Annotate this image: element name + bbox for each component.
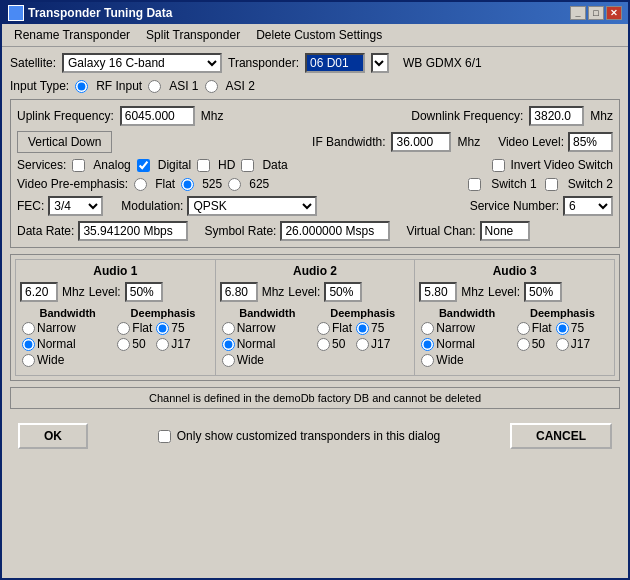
maximize-button[interactable]: □ — [588, 6, 604, 20]
audio-1-normal-radio[interactable] — [22, 338, 35, 351]
status-message: Channel is defined in the demoDb factory… — [10, 387, 620, 409]
asi2-label: ASI 2 — [226, 79, 255, 93]
rf-input-radio[interactable] — [75, 80, 88, 93]
uplink-input[interactable] — [120, 106, 195, 126]
transponder-input[interactable] — [305, 53, 365, 73]
virtual-chan-label: Virtual Chan: — [406, 224, 475, 238]
satellite-select[interactable]: Galaxy 16 C-band — [62, 53, 222, 73]
audio-3-normal-radio[interactable] — [421, 338, 434, 351]
audio-3-50-radio[interactable] — [517, 338, 530, 351]
audio-2-bw-col: Bandwidth Narrow Normal Wi — [220, 305, 315, 371]
if-bw-input[interactable] — [391, 132, 451, 152]
close-button[interactable]: ✕ — [606, 6, 622, 20]
audio-1-j17-radio[interactable] — [156, 338, 169, 351]
audio-1-75-radio[interactable] — [156, 322, 169, 335]
video-level-input[interactable] — [568, 132, 613, 152]
audio-3-j17-radio[interactable] — [556, 338, 569, 351]
audio-3-flat-row: Flat — [517, 321, 552, 335]
audio-2-normal-radio[interactable] — [222, 338, 235, 351]
transponder-arrow[interactable] — [371, 53, 389, 73]
symbol-rate-label: Symbol Rate: — [204, 224, 276, 238]
audio-2-deemph-col: Deemphasis Flat 50 — [315, 305, 410, 371]
modulation-select[interactable]: QPSK — [187, 196, 317, 216]
flat-radio[interactable] — [134, 178, 147, 191]
pol-bw-row: Vertical Down IF Bandwidth: Mhz Video Le… — [17, 131, 613, 153]
audio-3-flat-radio[interactable] — [517, 322, 530, 335]
audio-3-bw-title: Bandwidth — [421, 307, 512, 319]
invert-video-checkbox[interactable] — [492, 159, 505, 172]
asi2-radio[interactable] — [205, 80, 218, 93]
audio-1-narrow-row: Narrow — [22, 321, 113, 335]
pre-emphasis-label: Video Pre-emphasis: — [17, 177, 128, 191]
service-number-select[interactable]: 6 — [563, 196, 613, 216]
audio-2-level-input[interactable] — [324, 282, 362, 302]
v525-radio[interactable] — [181, 178, 194, 191]
audio-1-col: Audio 1 Mhz Level: Bandwidth Narrow — [15, 259, 216, 376]
menu-rename[interactable]: Rename Transponder — [6, 26, 138, 44]
data-rate-group: Data Rate: — [17, 221, 188, 241]
audio-2-normal-row: Normal — [222, 337, 313, 351]
fec-select[interactable]: 3/4 — [48, 196, 103, 216]
main-window: Transponder Tuning Data _ □ ✕ Rename Tra… — [0, 0, 630, 580]
digital-checkbox[interactable] — [137, 159, 150, 172]
menu-bar: Rename Transponder Split Transponder Del… — [2, 24, 628, 47]
audio-1-level-input[interactable] — [125, 282, 163, 302]
data-rate-input[interactable] — [78, 221, 188, 241]
audio-3-75-radio[interactable] — [556, 322, 569, 335]
audio-3-level-input[interactable] — [524, 282, 562, 302]
switch2-checkbox[interactable] — [545, 178, 558, 191]
audio-3-normal-row: Normal — [421, 337, 512, 351]
audio-2-level-label: Level: — [288, 285, 320, 299]
audio-1-freq-input[interactable] — [20, 282, 58, 302]
audio-3-wide-radio[interactable] — [421, 354, 434, 367]
menu-delete[interactable]: Delete Custom Settings — [248, 26, 390, 44]
show-customized-checkbox[interactable] — [158, 430, 171, 443]
audio-3-wide-label: Wide — [436, 353, 463, 367]
polarization-label: Vertical Down — [28, 135, 101, 149]
symbol-rate-input[interactable] — [280, 221, 390, 241]
audio-2-wide-radio[interactable] — [222, 354, 235, 367]
audio-2-bw-deemph: Bandwidth Narrow Normal Wi — [220, 305, 411, 371]
menu-split[interactable]: Split Transponder — [138, 26, 248, 44]
data-checkbox[interactable] — [241, 159, 254, 172]
switch1-checkbox[interactable] — [468, 178, 481, 191]
ok-button[interactable]: OK — [18, 423, 88, 449]
minimize-button[interactable]: _ — [570, 6, 586, 20]
audio-3-75-row: 75 — [556, 321, 590, 335]
downlink-group: Downlink Frequency: Mhz — [319, 106, 613, 126]
virtual-chan-input[interactable] — [480, 221, 530, 241]
audio-2-50-radio[interactable] — [317, 338, 330, 351]
show-customized-group: Only show customized transponders in thi… — [158, 429, 440, 443]
audio-2-bw-title: Bandwidth — [222, 307, 313, 319]
audio-2-75-radio[interactable] — [356, 322, 369, 335]
audio-3-col: Audio 3 Mhz Level: Bandwidth Narrow — [415, 259, 615, 376]
hd-label: HD — [218, 158, 235, 172]
window-title: Transponder Tuning Data — [28, 6, 172, 20]
hd-checkbox[interactable] — [197, 159, 210, 172]
audio-1-bw-title: Bandwidth — [22, 307, 113, 319]
downlink-input[interactable] — [529, 106, 584, 126]
audio-1-50-radio[interactable] — [117, 338, 130, 351]
audio-1-flat-radio[interactable] — [117, 322, 130, 335]
symbol-rate-group: Symbol Rate: — [204, 221, 390, 241]
v625-radio[interactable] — [228, 178, 241, 191]
audio-2-j17-radio[interactable] — [356, 338, 369, 351]
analog-label: Analog — [93, 158, 130, 172]
audio-3-freq-input[interactable] — [419, 282, 457, 302]
audio-2-narrow-radio[interactable] — [222, 322, 235, 335]
audio-2-flat-radio[interactable] — [317, 322, 330, 335]
analog-checkbox[interactable] — [72, 159, 85, 172]
audio-1-wide-row: Wide — [22, 353, 113, 367]
audio-2-freq-input[interactable] — [220, 282, 258, 302]
audio-3-narrow-radio[interactable] — [421, 322, 434, 335]
audio-1-level-label: Level: — [89, 285, 121, 299]
audio-2-freq-row: Mhz Level: — [220, 282, 411, 302]
cancel-button[interactable]: CANCEL — [510, 423, 612, 449]
audio-1-deemph-col: Deemphasis Flat 50 — [115, 305, 210, 371]
audio-1-wide-radio[interactable] — [22, 354, 35, 367]
audio-1-narrow-radio[interactable] — [22, 322, 35, 335]
audio-2-col: Audio 2 Mhz Level: Bandwidth Narrow — [216, 259, 416, 376]
asi1-radio[interactable] — [148, 80, 161, 93]
switch2-label: Switch 2 — [568, 177, 613, 191]
pre-emphasis-group: Video Pre-emphasis: Flat 525 625 — [17, 177, 460, 191]
